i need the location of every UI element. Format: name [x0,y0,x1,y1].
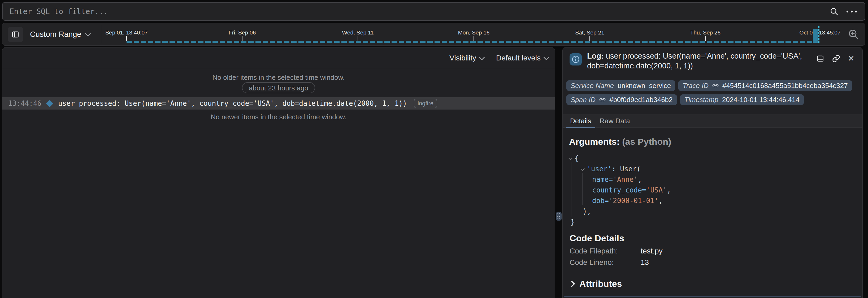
code-line: 'user': User( [569,164,671,174]
timeline-tick-mark [126,36,127,41]
time-ago-badge: about 23 hours ago [242,82,315,93]
zoom-in-button[interactable] [847,28,859,40]
tab-details[interactable]: Details [566,114,595,128]
badge-label: Trace ID [683,82,709,90]
code-token: 'USA' [646,186,667,194]
badge-service-name: Service Nameunknown_service [566,80,675,91]
log-row-tag[interactable]: logfire [414,99,437,108]
detail-tabs: Details Raw Data [563,114,862,128]
sql-filter-bar [2,2,865,21]
timeline-selection-cursor[interactable] [818,26,819,43]
default-levels-label: Default levels [496,54,540,62]
tab-raw-data[interactable]: Raw Data [595,114,634,128]
log-level-diamond-icon [46,100,53,107]
code-token: 'user' [587,165,612,173]
code-token: name= [592,175,613,184]
timeline-tick-mark [473,36,474,41]
badge-value: 2024-10-01 13:44:46.414 [722,96,800,104]
code-token: 'Anne' [613,175,638,184]
code-filepath-row: Code Filepath:test.py [569,247,662,255]
badge-value: #b0f0d9ed1ab346b2 [609,96,673,104]
timeline-tick-mark [589,36,590,41]
timeline-tick-mark [705,36,706,41]
section-divider [564,296,861,297]
attributes-heading: Attributes [579,279,622,289]
dock-panel-button[interactable] [816,54,825,63]
timeline-tick-label: Sep 01, 13:40:07 [105,29,148,36]
link-icon [832,54,840,63]
sql-filter-input[interactable] [3,7,830,16]
chevron-down-icon [85,31,91,36]
code-token: , [638,175,642,184]
chevron-right-icon [568,280,575,287]
collapse-chevron-icon[interactable] [581,167,585,171]
code-token: , [667,186,671,194]
badge-value: #454514c0168a455a51bb4ceba354c327 [722,82,848,90]
no-newer-items-text: No newer items in the selected time wind… [2,113,555,121]
timeline-bar: Custom Range Sep 01, 13:40:07Fri, Sep 06… [2,23,865,45]
code-token: { [575,154,579,162]
arguments-heading: Arguments: (as Python) [569,136,671,147]
search-icon[interactable] [830,7,839,16]
code-lineno-row: Code Lineno:13 [569,258,649,267]
timeline-dashed-line [127,41,813,43]
timeline-tick-label: Wed, Sep 11 [342,29,373,36]
code-token: dob= [592,197,609,205]
link-icon [599,97,606,103]
code-filepath-value: test.py [641,247,662,255]
arguments-subheading: (as Python) [622,136,671,146]
badge-label: Timestamp [684,96,718,104]
chevron-down-icon [479,55,485,60]
link-icon [712,82,719,89]
badge-span-id[interactable]: Span ID#b0f0d9ed1ab346b2 [566,94,677,105]
default-levels-dropdown[interactable]: Default levels [496,54,548,62]
timeline-tick-label: Sat, Sep 21 [575,29,604,36]
timeline-histogram-bar [813,29,817,43]
arguments-heading-label: Arguments: [569,136,620,146]
overflow-menu-button[interactable] [846,10,857,12]
sidebar-toggle-button[interactable] [8,27,23,42]
code-line: ), [569,206,671,217]
code-lineno-value: 13 [641,258,649,266]
no-older-items-text: No older items in the selected time wind… [2,73,555,82]
detail-title-label: Log: [587,52,604,60]
collapse-chevron-icon[interactable] [568,156,573,160]
custom-range-dropdown[interactable]: Custom Range [30,23,90,45]
zoom-in-icon [847,28,859,40]
detail-badges: Service Nameunknown_serviceTrace ID#4545… [566,80,852,105]
close-button[interactable]: ✕ [848,55,855,63]
code-token: '2000-01-01' [609,197,659,205]
code-token: , [658,197,663,205]
badge-label: Service Name [570,82,614,90]
timeline-chart[interactable]: Sep 01, 13:40:07Fri, Sep 06Wed, Sep 11Mo… [106,23,842,45]
log-row-message: user processed: User(name='Anne', countr… [58,99,407,107]
attributes-section-toggle[interactable]: Attributes [569,279,622,289]
detail-panel: Log: user processed: User(name='Anne', c… [562,47,863,298]
dock-panel-icon [816,54,825,63]
custom-range-label: Custom Range [30,30,81,39]
code-token: country_code= [592,186,646,194]
code-filepath-label: Code Filepath: [569,247,641,255]
code-lineno-label: Code Lineno: [569,258,641,267]
code-token: } [570,218,575,226]
info-icon [569,53,582,65]
logfire-app: Custom Range Sep 01, 13:40:07Fri, Sep 06… [0,0,868,298]
code-line: } [569,217,671,227]
panel-resize-handle[interactable] [556,212,562,221]
log-list-toolbar: Visibility Default levels [2,47,555,69]
detail-title-message: user processed: User(name='Anne', countr… [587,52,802,70]
code-line: dob='2000-01-01', [569,195,671,206]
code-token: ), [583,207,591,215]
visibility-dropdown[interactable]: Visibility [450,54,484,62]
visibility-label: Visibility [450,54,476,62]
timeline-tick-label: Oct 01, 13:45:07 [799,29,840,36]
badge-trace-id[interactable]: Trace ID#454514c0168a455a51bb4ceba354c32… [678,80,852,91]
badge-timestamp: Timestamp2024-10-01 13:44:46.414 [680,94,804,105]
code-line: country_code='USA', [569,185,671,195]
code-line: name='Anne', [569,174,671,185]
copy-link-button[interactable] [832,54,840,63]
log-row[interactable]: 13:44:46 user processed: User(name='Anne… [2,97,555,109]
badge-value: unknown_service [618,82,671,90]
timeline-tick-label: Thu, Sep 26 [690,29,720,36]
divider [101,26,101,43]
